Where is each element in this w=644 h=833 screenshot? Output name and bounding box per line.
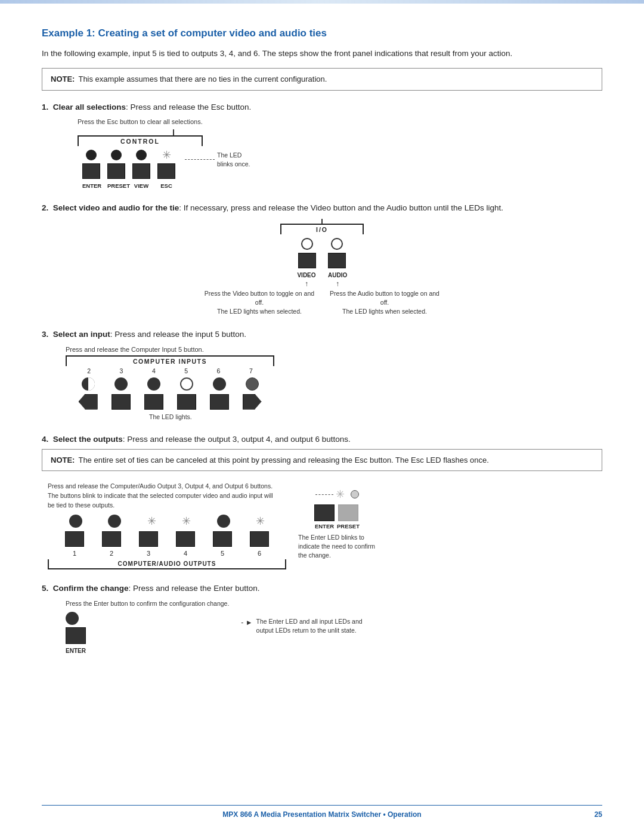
- step-1-bold: Clear all selections: [53, 103, 126, 112]
- step-5-enter-note: The Enter LED and all input LEDs and out…: [256, 617, 376, 634]
- step-3-num: 3.: [42, 330, 48, 339]
- step-5-bold: Confirm the change: [53, 584, 129, 593]
- input-3-square: [112, 394, 131, 410]
- cinput-led-note: The LED lights.: [149, 413, 602, 420]
- enter-blink-note: The Enter LED blinks to indicate the nee…: [298, 533, 376, 559]
- step-5-num: 5.: [42, 584, 48, 593]
- enter-square: [82, 163, 100, 179]
- step-2-rest: : If necessary, press and release the Vi…: [179, 203, 503, 212]
- enter-preset-pair: ENTER PRESET: [314, 504, 360, 529]
- esc-sun-icon: ✳: [162, 150, 171, 160]
- step-3-rest: : Press and release the input 5 button.: [110, 330, 246, 339]
- out-5-circle: [217, 515, 230, 528]
- step-1-heading: 1. Clear all selections: Press and relea…: [42, 101, 602, 113]
- step-3: 3. Select an input: Press and release th…: [42, 329, 602, 420]
- preset-square: [107, 163, 125, 179]
- cinput-squares: [66, 392, 274, 411]
- audio-annotation: Press the Audio button to toggle on and …: [325, 289, 444, 315]
- led-annotation: The LED blinks once.: [185, 160, 250, 168]
- page-content: Example 1: Creating a set of computer vi…: [0, 4, 644, 703]
- audio-square: [328, 253, 346, 268]
- video-circle-open: [301, 238, 313, 250]
- footer-page: 25: [595, 810, 602, 819]
- audio-arrow: ↑: [328, 280, 347, 288]
- video-label: VIDEO: [297, 272, 316, 278]
- output-nums: 123456: [48, 549, 286, 558]
- output-led-blink-right: ✳: [315, 488, 359, 501]
- out-4-blink: ✳: [182, 516, 191, 527]
- step-1-control-label: CONTROL: [120, 138, 160, 145]
- view-circle: [136, 150, 147, 160]
- cinput-header: COMPUTER INPUTS: [66, 355, 274, 366]
- out-2-circle: [108, 515, 121, 528]
- step-5: 5. Confirm the change: Press and release…: [42, 583, 602, 654]
- out-1-circle: [69, 515, 82, 528]
- step-1: 1. Clear all selections: Press and relea…: [42, 101, 602, 189]
- out-6-square: [250, 531, 269, 547]
- note-label-2: NOTE:: [51, 454, 75, 466]
- out-1-square: [65, 531, 84, 547]
- step-4-rest: : Press and release the output 3, output…: [123, 435, 351, 444]
- enter-label-right: ENTER: [315, 523, 334, 529]
- page-title: Example 1: Creating a set of computer vi…: [42, 27, 602, 39]
- step-2-heading: 2. Select video and audio for the tie: I…: [42, 202, 602, 214]
- note-label-1: NOTE:: [51, 73, 75, 85]
- preset-label-right: PRESET: [337, 523, 360, 529]
- step-5-press-note: Press the Enter button to confirm the co…: [66, 599, 229, 608]
- input-5-circle: [180, 377, 193, 391]
- note-text-2: The entire set of ties can be canceled a…: [78, 454, 488, 466]
- esc-label: ESC: [157, 182, 175, 189]
- audio-circle-open: [331, 238, 343, 250]
- output-circles: ✳ ✳ ✳: [48, 513, 286, 529]
- step-1-num: 1.: [42, 103, 48, 112]
- led-dot-right: [351, 490, 359, 498]
- input-7-circle: [246, 377, 259, 391]
- preset-circle: [111, 150, 122, 160]
- esc-square: [157, 163, 175, 179]
- step-5-diagram: Press the Enter button to confirm the co…: [42, 599, 602, 654]
- enter-square-right: [314, 504, 335, 521]
- step-4-bold: Select the outputs: [53, 435, 123, 444]
- out-5-square: [213, 531, 232, 547]
- out-3-square: [139, 531, 158, 547]
- input-6-circle: [213, 377, 226, 391]
- note-box-2: NOTE: The entire set of ties can be canc…: [42, 449, 602, 472]
- step-2-diagram: I/O VIDEO: [42, 219, 602, 315]
- output-footer-label: COMPUTER/AUDIO OUTPUTS: [48, 559, 286, 569]
- video-square: [298, 253, 316, 268]
- input-2-square: [79, 394, 98, 410]
- input-7-square: [243, 394, 262, 410]
- preset-label: PRESET: [107, 182, 125, 189]
- enter-label-step5: ENTER: [66, 648, 86, 654]
- input-6-square: [210, 394, 229, 410]
- enter-circle-step5: [66, 612, 79, 625]
- input-2-circle: [82, 377, 95, 391]
- cinput-nums: 234567: [66, 366, 274, 376]
- enter-circle: [86, 150, 97, 160]
- view-label: VIEW: [132, 182, 150, 189]
- step-1-diagram: Press the Esc button to clear all select…: [42, 118, 602, 189]
- note-box-1: NOTE: This example assumes that there ar…: [42, 68, 602, 91]
- step-2-bold: Select video and audio for the tie: [53, 203, 179, 212]
- output-press-note: Press and release the Computer/Audio Out…: [48, 482, 274, 510]
- led-note-2: blinks once.: [217, 160, 250, 168]
- footer-text: MPX 866 A Media Presentation Matrix Swit…: [222, 810, 421, 819]
- intro-text: In the following example, input 5 is tie…: [42, 48, 602, 60]
- step-2-num: 2.: [42, 203, 48, 212]
- enter-square-step5: [66, 627, 86, 644]
- step-3-diagram: Press and release the Computer Input 5 b…: [42, 346, 602, 420]
- view-square: [132, 163, 150, 179]
- out-4-square: [176, 531, 195, 547]
- step-4-diagram: Press and release the Computer/Audio Out…: [42, 482, 602, 569]
- video-annotation: Press the Video button to toggle on and …: [200, 289, 319, 315]
- input-5-square: [177, 394, 196, 410]
- step-4-num: 4.: [42, 435, 48, 444]
- preset-square-right: [338, 504, 358, 521]
- out-3-blink: ✳: [147, 516, 156, 527]
- out-6-blink: ✳: [256, 516, 265, 527]
- page-footer: MPX 866 A Media Presentation Matrix Swit…: [42, 805, 602, 819]
- note-text-1: This example assumes that there are no t…: [78, 73, 327, 85]
- step-3-heading: 3. Select an input: Press and release th…: [42, 329, 602, 340]
- cinput-circles: [66, 376, 274, 392]
- step-4: 4. Select the outputs: Press and release…: [42, 433, 602, 569]
